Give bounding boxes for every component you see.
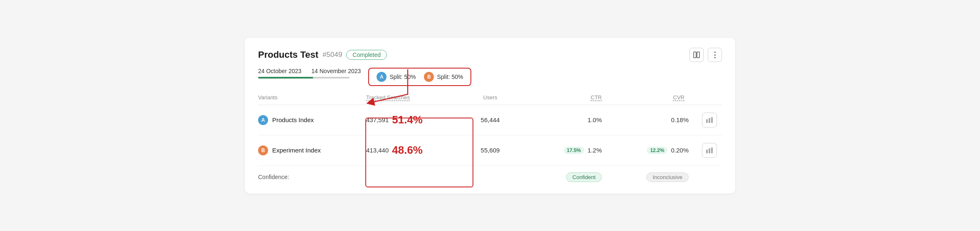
users-b-cell: 55,609 [449,147,532,154]
confidence-label: Confidence: [258,174,366,180]
split-a-label: Split: 50% [389,74,416,80]
variant-a-label: Products Index [272,116,314,123]
layout-toggle-button[interactable] [689,48,704,62]
tracked-b-pct: 48.6% [392,144,423,157]
tracked-a-value: 437,591 [366,116,389,123]
variant-b-badge: B [424,72,434,82]
cvr-a-cell: 0.18% [614,116,697,123]
tracked-a-pct: 51.4% [392,113,423,126]
variant-b-name: B Experiment Index [258,145,366,155]
chart-b-button[interactable] [702,143,717,158]
confidence-row: Confidence: Confident Inconclusive [258,166,722,184]
cvr-b-value: 0.20% [671,147,689,154]
header-left: Products Test #5049 Completed [258,49,387,60]
end-date: 14 November 2023 [311,68,361,74]
table-row: B Experiment Index 413,440 48.6% 55,609 … [258,135,722,166]
svg-rect-4 [711,117,713,123]
split-box: A Split: 50% B Split: 50% [368,68,471,86]
variant-b-label: Experiment Index [272,147,321,154]
bar-chart-b-icon [706,147,713,154]
cvr-b-cell: 12.2% 0.20% [614,147,697,154]
start-date: 24 October 2023 [258,68,301,74]
col-users: Users [449,94,532,101]
cvr-a-value: 0.18% [671,116,689,123]
table-header: Variants Tracked Searches Users CTR CVR [258,94,722,105]
svg-rect-7 [711,147,713,153]
ctr-b-value: 1.2% [588,147,602,154]
variant-a-icon: A [258,115,268,125]
experiment-card: Products Test #5049 Completed ⋮ 24 Octob… [245,38,735,194]
svg-rect-0 [694,52,696,58]
page-title: Products Test [258,49,318,60]
col-variants: Variants [258,94,366,101]
chart-a-button[interactable] [702,113,717,128]
split-b: B Split: 50% [424,72,463,82]
header-row: Products Test #5049 Completed ⋮ [258,48,722,62]
more-icon: ⋮ [711,51,719,59]
tracked-b-value: 413,440 [366,147,389,154]
col-tracked[interactable]: Tracked Searches [366,94,449,101]
variant-a-badge: A [377,72,387,82]
header-icons: ⋮ [689,48,722,62]
ctr-confidence-cell: Confident [532,172,614,182]
results-table: Variants Tracked Searches Users CTR CVR … [258,94,722,184]
svg-rect-5 [706,150,708,153]
col-ctr[interactable]: CTR [532,94,614,101]
svg-rect-6 [709,148,710,153]
svg-rect-3 [709,118,710,123]
ctr-confidence-badge: Confident [566,172,602,182]
ctr-b-cell: 17.5% 1.2% [532,147,614,154]
svg-rect-1 [697,52,699,58]
col-cvr[interactable]: CVR [614,94,697,101]
ctr-a-value: 1.0% [588,116,602,123]
users-a-cell: 56,444 [449,116,532,123]
split-b-label: Split: 50% [437,74,463,80]
ctr-b-uplift: 17.5% [564,147,584,154]
tracked-b-cell: 413,440 48.6% [366,144,449,157]
layout-icon [693,52,700,58]
cvr-confidence-cell: Inconclusive [614,172,697,182]
variant-a-name: A Products Index [258,115,366,125]
split-a: A Split: 50% [377,72,416,82]
date-progress-bar [258,77,350,79]
date-range: 24 October 2023 14 November 2023 [258,68,361,79]
variant-b-icon: B [258,145,268,155]
experiment-id: #5049 [323,51,342,59]
meta-row: 24 October 2023 14 November 2023 A Split… [258,68,722,86]
cvr-b-uplift: 12.2% [647,147,667,154]
date-labels: 24 October 2023 14 November 2023 [258,68,361,74]
tracked-a-cell: 437,591 51.4% [366,113,449,126]
table-row: A Products Index 437,591 51.4% 56,444 1.… [258,105,722,135]
status-badge: Completed [346,50,387,60]
svg-rect-2 [706,119,708,123]
ctr-a-cell: 1.0% [532,116,614,123]
cvr-confidence-badge: Inconclusive [646,172,689,182]
bar-chart-a-icon [706,117,713,123]
more-options-button[interactable]: ⋮ [708,48,722,62]
